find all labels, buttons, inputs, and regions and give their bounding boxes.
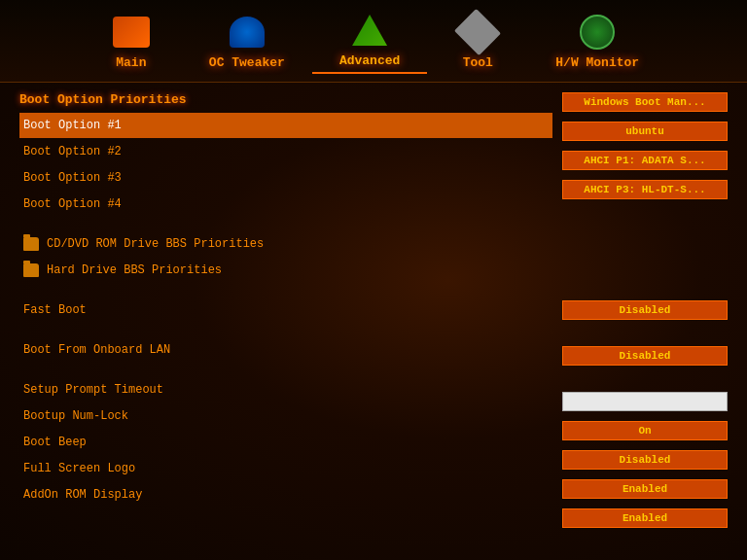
boot-option-3-label: Boot Option #3 (23, 171, 549, 185)
spacer-4 (19, 364, 552, 377)
nav-item-tool[interactable]: Tool (427, 13, 528, 74)
section-title: Boot Option Priorities (19, 92, 552, 107)
boot-option-4-label: Boot Option #4 (23, 197, 549, 211)
right-spacer-5 (562, 330, 728, 343)
boot-val-4[interactable]: AHCI P3: HL-DT-S... (562, 180, 728, 205)
boot-beep-badge: Disabled (562, 450, 728, 470)
addon-rom-val[interactable]: Enabled (562, 508, 728, 534)
full-screen-logo-label: Full Screen Logo (23, 462, 549, 475)
right-spacer-6 (562, 375, 728, 389)
nav-label-tool: Tool (463, 55, 493, 70)
fast-boot-row[interactable]: Fast Boot (19, 298, 552, 323)
nav-item-hw-monitor[interactable]: H/W Monitor (528, 13, 666, 74)
right-spacer-1 (562, 209, 728, 223)
full-screen-badge: Enabled (562, 479, 728, 499)
hdd-label: Hard Drive BBS Priorities (47, 263, 222, 277)
bios-interface: Main OC Tweaker Advanced Tool H/W Monito… (0, 0, 747, 560)
boot-val-1[interactable]: Windows Boot Man... (562, 92, 728, 118)
folder-icon-hdd (23, 263, 39, 277)
folder-icon-cd (23, 237, 39, 251)
boot-val-3[interactable]: AHCI P1: ADATA S... (562, 151, 728, 176)
boot-val-3-badge: AHCI P1: ADATA S... (562, 151, 728, 170)
right-spacer-2 (562, 226, 728, 251)
boot-lan-badge: Disabled (562, 346, 728, 366)
right-panel: Windows Boot Man... ubuntu AHCI P1: ADAT… (562, 92, 728, 535)
hdd-priorities-item[interactable]: Hard Drive BBS Priorities (19, 258, 552, 283)
fast-boot-val[interactable]: Disabled (562, 300, 728, 326)
addon-rom-row[interactable]: AddOn ROM Display (19, 482, 552, 508)
boot-option-4-row[interactable]: Boot Option #4 (19, 192, 552, 217)
right-spacer-4 (562, 284, 728, 298)
setup-prompt-badge (562, 392, 728, 411)
nav-bar: Main OC Tweaker Advanced Tool H/W Monito… (0, 0, 747, 83)
boot-val-1-badge: Windows Boot Man... (562, 92, 728, 112)
advanced-icon (346, 11, 393, 50)
boot-lan-val[interactable]: Disabled (562, 346, 728, 371)
spacer-3 (19, 324, 552, 337)
cd-dvd-label: CD/DVD ROM Drive BBS Priorities (47, 237, 264, 251)
bios-content-area: Boot Option Priorities Boot Option #1 Bo… (0, 83, 747, 544)
boot-option-1-row[interactable]: Boot Option #1 (19, 113, 552, 138)
tool-icon (454, 13, 501, 52)
nav-label-oc-tweaker: OC Tweaker (209, 55, 285, 70)
spacer-1 (19, 218, 552, 231)
nav-label-hw-monitor: H/W Monitor (555, 55, 639, 70)
oc-tweaker-icon (224, 13, 270, 52)
bootup-numlock-label: Bootup Num-Lock (23, 409, 549, 423)
boot-val-2[interactable]: ubuntu (562, 122, 728, 147)
addon-rom-label: AddOn ROM Display (23, 488, 549, 502)
boot-option-2-row[interactable]: Boot Option #2 (19, 139, 552, 164)
boot-beep-val[interactable]: Disabled (562, 450, 728, 475)
addon-rom-badge: Enabled (562, 508, 728, 528)
boot-val-4-badge: AHCI P3: HL-DT-S... (562, 180, 728, 199)
boot-beep-row[interactable]: Boot Beep (19, 430, 552, 455)
hw-monitor-icon (574, 13, 621, 52)
boot-option-1-label: Boot Option #1 (23, 119, 549, 132)
main-icon (108, 13, 155, 52)
boot-beep-label: Boot Beep (23, 436, 549, 449)
nav-label-advanced: Advanced (339, 53, 400, 68)
setup-prompt-label: Setup Prompt Timeout (23, 383, 549, 397)
full-screen-val[interactable]: Enabled (562, 479, 728, 505)
nav-item-main[interactable]: Main (81, 13, 182, 74)
setup-prompt-row[interactable]: Setup Prompt Timeout (19, 377, 552, 402)
right-spacer-3 (562, 255, 728, 280)
boot-val-2-badge: ubuntu (562, 122, 728, 141)
cd-dvd-priorities-item[interactable]: CD/DVD ROM Drive BBS Priorities (19, 231, 552, 257)
fast-boot-badge: Disabled (562, 300, 728, 320)
fast-boot-label: Fast Boot (23, 303, 549, 317)
nav-label-main: Main (116, 55, 146, 70)
nav-item-oc-tweaker[interactable]: OC Tweaker (182, 13, 312, 74)
bootup-numlock-row[interactable]: Bootup Num-Lock (19, 403, 552, 429)
spacer-2 (19, 284, 552, 298)
setup-prompt-val[interactable] (562, 392, 728, 417)
numlock-badge: On (562, 421, 728, 440)
boot-from-lan-row[interactable]: Boot From Onboard LAN (19, 337, 552, 363)
numlock-val[interactable]: On (562, 421, 728, 446)
nav-item-advanced[interactable]: Advanced (312, 11, 427, 74)
boot-option-3-row[interactable]: Boot Option #3 (19, 165, 552, 191)
left-panel: Boot Option Priorities Boot Option #1 Bo… (19, 92, 552, 535)
boot-option-2-label: Boot Option #2 (23, 145, 549, 158)
boot-from-lan-label: Boot From Onboard LAN (23, 343, 549, 357)
full-screen-logo-row[interactable]: Full Screen Logo (19, 456, 552, 481)
